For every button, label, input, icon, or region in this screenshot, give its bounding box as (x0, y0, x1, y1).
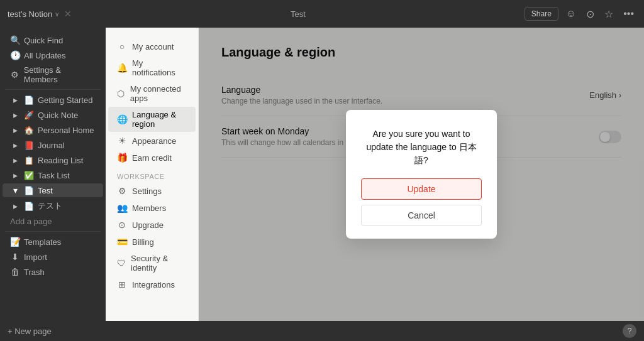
sidebar-item-all-updates[interactable]: 🕐 All Updates (3, 48, 103, 62)
modal-overlay: Are you sure you want to update the lang… (199, 28, 644, 321)
workspace-chevron-icon: ∨ (55, 11, 59, 18)
top-bar: test's Notion ∨ ✕ Test Share ☺ ⊙ ☆ ••• (0, 0, 644, 28)
more-icon[interactable]: ••• (621, 7, 636, 21)
modal-message: Are you sure you want to update the lang… (361, 127, 482, 167)
workspace-section-label: WORKSPACE (106, 166, 198, 182)
search-icon: 🔍 (10, 35, 20, 45)
new-page-button[interactable]: + New page (8, 327, 52, 336)
sun-icon: ☀ (117, 136, 127, 146)
update-button[interactable]: Update (361, 178, 482, 200)
settings-nav-security[interactable]: 🛡 Security & identity (108, 251, 196, 276)
globe-icon: 🌐 (117, 114, 127, 124)
top-bar-right: Share ☺ ⊙ ☆ ••• (525, 7, 636, 21)
settings-nav-appearance[interactable]: ☀ Appearance (108, 133, 196, 149)
settings-nav-notifications[interactable]: 🔔 My notifications (108, 55, 196, 80)
account-icon: ○ (117, 41, 127, 51)
settings-nav-language-region[interactable]: 🌐 Language & region (108, 107, 196, 132)
sidebar-item-journal[interactable]: ▸ 📕 Journal (3, 138, 103, 152)
gift-icon: 🎁 (117, 153, 127, 163)
star-icon[interactable]: ☆ (602, 7, 616, 21)
sidebar-item-quick-find[interactable]: 🔍 Quick Find (3, 33, 103, 47)
profile-icon[interactable]: ⊙ (584, 7, 597, 21)
settings-nav-connected-apps[interactable]: ⬡ My connected apps (108, 81, 196, 106)
close-icon[interactable]: ✕ (64, 9, 72, 19)
settings-main: Language & region Language Change the la… (199, 28, 644, 321)
integrations-icon: ⊞ (117, 279, 127, 290)
upgrade-icon: ⊙ (117, 220, 127, 230)
clock-icon: 🕐 (10, 50, 20, 60)
sidebar-item-import[interactable]: ⬇ Import (3, 250, 103, 264)
settings-nav-members[interactable]: 👥 Members (108, 200, 196, 216)
sidebar-item-settings[interactable]: ⚙ Settings & Members (3, 63, 103, 86)
sidebar-item-trash[interactable]: 🗑 Trash (3, 265, 103, 279)
sidebar-item-templates[interactable]: 📝 Templates (3, 235, 103, 249)
sidebar-item-quick-note[interactable]: ▸ 🚀 Quick Note (3, 108, 103, 122)
bottom-bar: + New page ? (0, 321, 644, 341)
bell-icon: 🔔 (117, 63, 127, 73)
sidebar-item-tests-jp[interactable]: ▸ 📄 テスト (3, 198, 103, 214)
billing-icon: 💳 (117, 237, 127, 247)
sidebar-item-task-list[interactable]: ▸ ✅ Task List (3, 168, 103, 182)
main-content: 🔍 Quick Find 🕐 All Updates ⚙ Settings & … (0, 28, 644, 321)
settings-icon: ⚙ (10, 70, 20, 80)
cancel-button[interactable]: Cancel (361, 205, 482, 226)
settings-nav-earn-credit[interactable]: 🎁 Earn credit (108, 149, 196, 166)
top-bar-left: test's Notion ∨ ✕ (8, 9, 72, 19)
members-icon: 👥 (117, 203, 127, 213)
emoji-icon[interactable]: ☺ (564, 7, 579, 21)
sidebar-item-add-page[interactable]: Add a page (3, 215, 103, 228)
shield-icon: 🛡 (117, 258, 126, 268)
page-title: Test (291, 9, 306, 19)
sidebar-item-getting-started[interactable]: ▸ 📄 Getting Started (3, 93, 103, 107)
connected-apps-icon: ⬡ (117, 89, 125, 99)
help-button[interactable]: ? (623, 324, 636, 338)
gear-icon: ⚙ (117, 186, 127, 196)
sidebar-divider (5, 89, 101, 90)
settings-sidebar: ○ My account 🔔 My notifications ⬡ My con… (106, 28, 199, 321)
sidebar-item-personal-home[interactable]: ▸ 🏠 Personal Home (3, 123, 103, 137)
sidebar-item-test[interactable]: ▾ 📄 Test (3, 183, 103, 197)
workspace-name[interactable]: test's Notion ∨ (8, 9, 59, 19)
settings-nav-upgrade[interactable]: ⊙ Upgrade (108, 217, 196, 233)
settings-nav-billing[interactable]: 💳 Billing (108, 234, 196, 250)
settings-nav-integrations[interactable]: ⊞ Integrations (108, 276, 196, 293)
sidebar: 🔍 Quick Find 🕐 All Updates ⚙ Settings & … (0, 28, 106, 321)
settings-panel: ○ My account 🔔 My notifications ⬡ My con… (106, 28, 644, 321)
modal-dialog: Are you sure you want to update the lang… (346, 110, 497, 239)
settings-nav-workspace-settings[interactable]: ⚙ Settings (108, 183, 196, 199)
sidebar-divider-2 (5, 231, 101, 232)
sidebar-item-reading-list[interactable]: ▸ 📋 Reading List (3, 153, 103, 167)
share-button[interactable]: Share (525, 7, 558, 21)
settings-nav-my-account[interactable]: ○ My account (108, 38, 196, 55)
